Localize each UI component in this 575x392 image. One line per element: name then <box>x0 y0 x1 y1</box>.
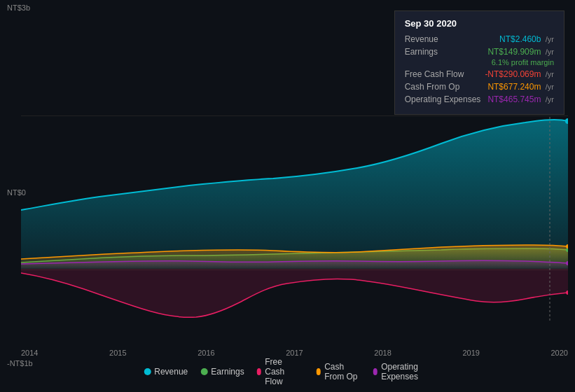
x-label-2018: 2018 <box>374 349 391 357</box>
x-label-2019: 2019 <box>462 349 479 357</box>
legend-opex-label: Operating Expenses <box>381 362 431 382</box>
tooltip-earnings-label: Earnings <box>405 47 438 57</box>
fcf-area <box>21 269 568 317</box>
legend-earnings-dot <box>200 368 207 375</box>
x-label-2015: 2015 <box>109 349 126 357</box>
tooltip-opex-row: Operating Expenses NT$465.745m /yr <box>405 94 554 104</box>
chart-svg <box>21 108 568 322</box>
tooltip-date: Sep 30 2020 <box>405 18 554 29</box>
y-axis-top-label: NT$3b <box>7 4 30 12</box>
tooltip-opex-value: NT$465.745m <box>487 94 541 104</box>
tooltip-earnings-value: NT$149.909m <box>487 47 541 57</box>
x-label-2020: 2020 <box>550 349 567 357</box>
tooltip-profit-margin: 6.1% profit margin <box>492 58 554 66</box>
tooltip-revenue-suffix: /yr <box>546 35 554 43</box>
legend-fcf-label: Free Cash Flow <box>265 357 303 386</box>
tooltip-cashop-value: NT$677.240m <box>487 82 541 92</box>
legend-cashop[interactable]: Cash From Op <box>317 362 361 382</box>
legend-revenue[interactable]: Revenue <box>144 367 188 377</box>
tooltip-cashop-label: Cash From Op <box>405 82 460 92</box>
chart-legend: Revenue Earnings Free Cash Flow Cash Fro… <box>144 357 431 386</box>
tooltip-revenue-value: NT$2.460b <box>499 34 541 44</box>
legend-cashop-label: Cash From Op <box>324 362 360 382</box>
y-axis-bot-label: -NT$1b <box>7 359 33 368</box>
legend-opex-dot <box>373 368 378 375</box>
x-axis: 2014 2015 2016 2017 2018 2019 2020 <box>21 349 568 357</box>
legend-opex[interactable]: Operating Expenses <box>373 362 431 382</box>
legend-cashop-dot <box>317 368 321 375</box>
tooltip-fcf-row: Free Cash Flow -NT$290.069m /yr <box>405 69 554 79</box>
tooltip-earnings-suffix: /yr <box>546 48 554 56</box>
tooltip-revenue-row: Revenue NT$2.460b /yr <box>405 34 554 44</box>
legend-earnings[interactable]: Earnings <box>200 367 244 377</box>
legend-fcf[interactable]: Free Cash Flow <box>257 357 304 386</box>
tooltip-fcf-label: Free Cash Flow <box>405 69 464 79</box>
tooltip-revenue-label: Revenue <box>405 34 438 44</box>
x-label-2017: 2017 <box>286 349 303 357</box>
legend-earnings-label: Earnings <box>211 367 244 377</box>
tooltip-opex-suffix: /yr <box>546 95 554 104</box>
tooltip-cashop-row: Cash From Op NT$677.240m /yr <box>405 82 554 92</box>
legend-revenue-label: Revenue <box>154 367 188 377</box>
x-label-2016: 2016 <box>198 349 214 357</box>
legend-fcf-dot <box>257 368 262 375</box>
tooltip-cashop-suffix: /yr <box>546 83 554 91</box>
tooltip-fcf-value: -NT$290.069m <box>485 69 541 79</box>
tooltip-profit-margin-row: 6.1% profit margin <box>405 58 554 66</box>
tooltip-card: Sep 30 2020 Revenue NT$2.460b /yr Earnin… <box>394 10 564 115</box>
tooltip-fcf-suffix: /yr <box>546 70 554 78</box>
tooltip-earnings-row: Earnings NT$149.909m /yr <box>405 47 554 57</box>
x-label-2014: 2014 <box>21 349 38 357</box>
legend-revenue-dot <box>144 368 151 375</box>
tooltip-opex-label: Operating Expenses <box>405 94 481 104</box>
